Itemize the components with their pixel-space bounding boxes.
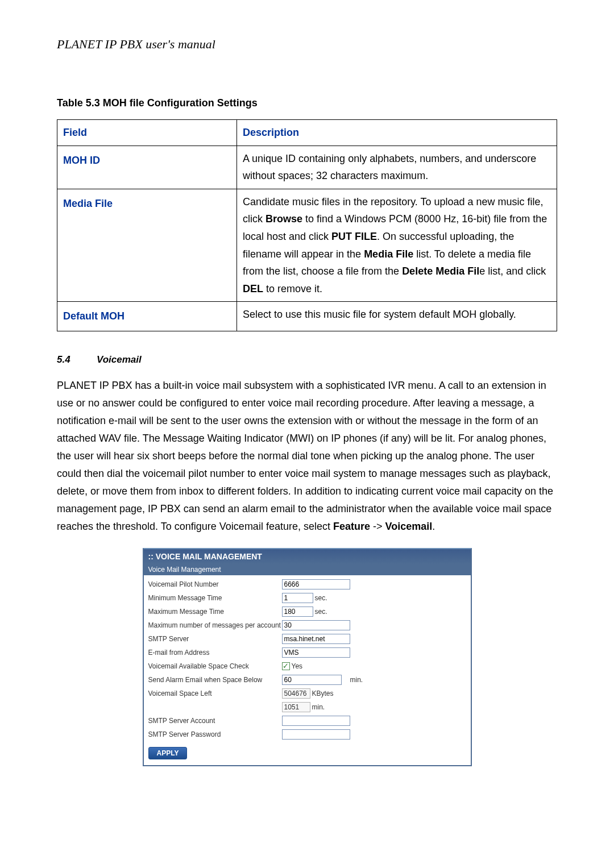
- smtp-server-input[interactable]: [282, 634, 350, 644]
- unit-kbytes: KBytes: [312, 690, 334, 697]
- field-media-file: Media File: [57, 189, 237, 302]
- max-num-input[interactable]: [282, 620, 350, 630]
- desc-media-file: Candidate music files in the repository.…: [237, 189, 557, 302]
- bold-voicemail: Voicemail: [385, 521, 433, 532]
- config-table: Field Description MOH ID A unique ID con…: [57, 119, 557, 331]
- text: ->: [370, 521, 385, 532]
- smtp-password-label: SMTP Server Password: [148, 730, 282, 738]
- text: e list, and click: [479, 265, 546, 277]
- space-check-text: Yes: [292, 662, 303, 670]
- max-msg-input[interactable]: [282, 607, 313, 617]
- smtp-server-label: SMTP Server: [148, 635, 282, 643]
- table-row: MOH ID A unique ID containing only alpha…: [57, 146, 557, 189]
- email-from-label: E-mail from Address: [148, 649, 282, 657]
- table-caption: Table 5.3 MOH file Configuration Setting…: [57, 97, 557, 109]
- email-from-input[interactable]: [282, 647, 350, 658]
- pilot-number-input[interactable]: [282, 579, 350, 589]
- table-header-row: Field Description: [57, 120, 557, 146]
- section-title: Voicemail: [97, 354, 142, 365]
- smtp-password-input[interactable]: [282, 729, 350, 740]
- max-msg-label: Maximum Message Time: [148, 608, 282, 616]
- min-msg-label: Minimum Message Time: [148, 594, 282, 602]
- table-row: Media File Candidate music files in the …: [57, 189, 557, 302]
- smtp-account-label: SMTP Server Account: [148, 717, 282, 725]
- unit-sec: sec.: [315, 594, 327, 602]
- min-msg-input[interactable]: [282, 593, 313, 603]
- col-desc: Description: [237, 120, 557, 146]
- space-left-min: 1051: [282, 702, 310, 712]
- space-left-label: Voicemail Space Left: [148, 690, 282, 697]
- pilot-number-label: Voicemail Pilot Number: [148, 580, 282, 588]
- max-num-label: Maximum number of messages per account: [148, 621, 282, 629]
- desc-moh-id: A unique ID containing only alphabets, n…: [237, 146, 557, 189]
- unit-min: min.: [350, 676, 363, 684]
- desc-default-moh: Select to use this music file for system…: [237, 302, 557, 331]
- text: to remove it.: [263, 283, 322, 294]
- space-check-checkbox[interactable]: ✓: [282, 662, 290, 670]
- panel-title: :: VOICE MAIL MANAGEMENT: [144, 549, 471, 564]
- field-default-moh: Default MOH: [57, 302, 237, 331]
- panel-subtitle: Voice Mail Management: [144, 564, 471, 575]
- bold-feature: Feature: [333, 521, 370, 532]
- col-field: Field: [57, 120, 237, 146]
- bold-browse: Browse: [265, 213, 302, 225]
- alarm-label: Send Alarm Email when Space Below: [148, 676, 282, 684]
- text: PLANET IP PBX has a built-in voice mail …: [57, 380, 553, 532]
- smtp-account-input[interactable]: [282, 716, 350, 726]
- text: .: [432, 521, 435, 532]
- check-icon: ✓: [283, 662, 289, 670]
- unit-sec: sec.: [315, 608, 327, 616]
- section-heading: 5.4Voicemail: [57, 354, 557, 366]
- section-number: 5.4: [57, 354, 97, 366]
- bold-del: DEL: [243, 283, 263, 294]
- space-check-label: Voicemail Available Space Check: [148, 662, 282, 670]
- document-title: PLANET IP PBX user's manual: [57, 37, 557, 52]
- apply-button[interactable]: APPLY: [148, 747, 188, 759]
- alarm-input[interactable]: [282, 675, 342, 685]
- section-paragraph: PLANET IP PBX has a built-in voice mail …: [57, 377, 557, 535]
- space-left-kb: 504676: [282, 688, 310, 699]
- field-moh-id: MOH ID: [57, 146, 237, 189]
- bold-media-file: Media File: [364, 248, 413, 260]
- bold-put-file: PUT FILE: [331, 231, 377, 242]
- bold-delete-media: Delete Media Fil: [402, 265, 479, 277]
- voicemail-screenshot: :: VOICE MAIL MANAGEMENT Voice Mail Mana…: [143, 548, 472, 766]
- unit-min: min.: [312, 703, 325, 711]
- table-row: Default MOH Select to use this music fil…: [57, 302, 557, 331]
